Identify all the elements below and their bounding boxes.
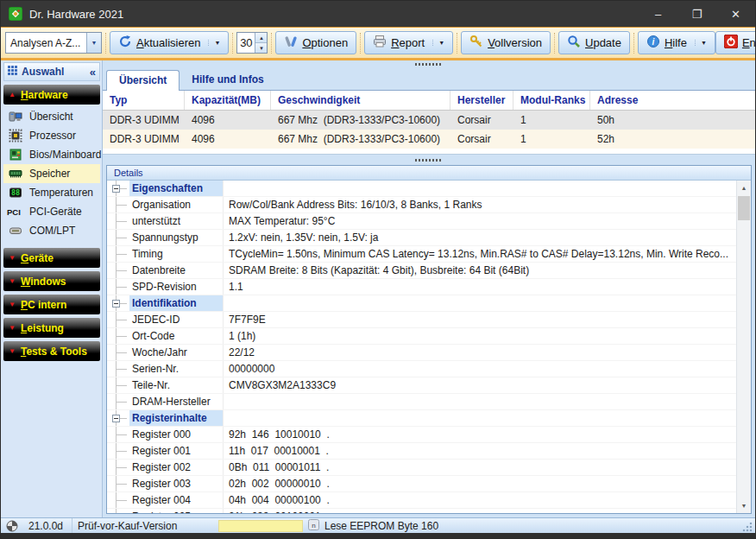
detail-label: Spannungstyp — [129, 230, 223, 245]
tab-hilfe-und-infos[interactable]: Hilfe und Infos — [180, 70, 275, 90]
refresh-button[interactable]: Aktualisieren ▼ — [110, 31, 229, 54]
scrollbar-down-icon[interactable]: ▼ — [737, 498, 751, 513]
column-header-adresse[interactable]: Adresse — [590, 91, 755, 110]
collapse-minus-icon[interactable] — [112, 185, 120, 193]
sidebar-section-windows[interactable]: ▼ Windows — [3, 271, 100, 291]
details-section-row[interactable]: Identifikation — [107, 295, 736, 312]
details-section-row[interactable]: Eigenschaften — [107, 181, 736, 197]
options-label: Optionen — [302, 36, 348, 49]
resize-grip[interactable] — [741, 521, 753, 533]
sidebar-item-speicher[interactable]: Speicher — [3, 164, 100, 183]
detail-value: 22/12 — [223, 345, 736, 360]
help-button[interactable]: i Hilfe ▼ — [638, 31, 715, 54]
collapse-minus-icon[interactable] — [112, 300, 120, 308]
table-row[interactable]: DDR-3 UDIMM 4096 667 Mhz (DDR3-1333/PC3-… — [103, 130, 755, 149]
sidebar-collapse-button[interactable]: « — [90, 66, 96, 79]
report-label: Report — [391, 36, 425, 49]
section-value — [223, 181, 736, 196]
section-value — [223, 295, 736, 311]
section-label: Identifikation — [129, 295, 223, 311]
table-row[interactable]: DDR-3 UDIMM 4096 667 Mhz (DDR3-1333/PC3-… — [103, 111, 755, 130]
app-logo-icon — [9, 7, 22, 21]
sidebar-item-label: PCI-Geräte — [29, 206, 82, 218]
sidebar-item-temperaturen[interactable]: 88 Temperaturen — [3, 183, 100, 202]
update-button[interactable]: Update — [558, 31, 630, 54]
sidebar-section-geraete[interactable]: ▼ Geräte — [3, 248, 100, 268]
detail-value: SDRAM Breite: 8 Bits (Kapazität: 4 Gbit)… — [223, 263, 736, 278]
splitter-grip[interactable] — [415, 63, 443, 66]
sidebar-item-com-lpt[interactable]: COM/LPT — [3, 221, 100, 240]
eeprom-chip-icon: n — [308, 519, 319, 533]
toolbar-separator — [360, 33, 361, 54]
column-header-typ[interactable]: Typ — [103, 91, 185, 110]
sidebar-section-tests-tools[interactable]: ▼ Tests & Tools — [3, 341, 100, 361]
tab-bar: Übersicht Hilfe und Infos — [103, 67, 755, 90]
fullversion-button[interactable]: Vollversion — [461, 31, 551, 54]
pci-icon: PCI — [7, 206, 24, 218]
combobox-dropdown-icon[interactable]: ▼ — [86, 33, 101, 53]
details-item-row: DRAM-Hersteller — [107, 394, 736, 410]
interval-spinner[interactable]: 30 ▲ ▼ — [236, 32, 268, 54]
sidebar-item-prozessor[interactable]: Prozessor — [3, 126, 100, 145]
cell-typ: DDR-3 UDIMM — [103, 133, 185, 145]
toolbar-separator — [271, 33, 272, 54]
details-item-row: Register 000 92h 146 10010010 . — [107, 427, 736, 443]
details-item-row: Register 004 04h 004 00000100 . — [107, 492, 736, 509]
spinner-up-button[interactable]: ▲ — [255, 33, 267, 42]
sidebar-item-bios-mainboard[interactable]: Bios/Mainboard — [3, 145, 100, 164]
exit-button[interactable]: Ende — [715, 31, 756, 54]
memory-table: Typ Kapazität(MB) Geschwindigkeit Herste… — [103, 90, 755, 155]
detail-value: 1 (1h) — [223, 328, 736, 344]
column-header-hersteller[interactable]: Hersteller — [450, 91, 513, 110]
section-label: Registerinhalte — [129, 410, 223, 426]
triangle-down-icon: ▼ — [9, 255, 16, 262]
sidebar-section-pc-intern[interactable]: ▼ PC intern — [3, 295, 100, 314]
options-button[interactable]: Optionen — [275, 31, 356, 54]
detail-value: 1.2xV: nein, 1.35V: nein, 1.5V: ja — [223, 230, 736, 245]
section-label: Eigenschaften — [129, 181, 223, 196]
cell-typ: DDR-3 UDIMM — [103, 114, 185, 126]
sidebar-item-uebersicht[interactable]: Übersicht — [3, 107, 100, 126]
sidebar-item-pci-geraete[interactable]: PCI PCI-Geräte — [3, 202, 100, 221]
sidebar-section-hardware[interactable]: ▲ Hardware — [3, 85, 100, 105]
vertical-scrollbar[interactable]: ▲ ▼ — [736, 181, 751, 513]
help-dropdown-icon[interactable]: ▼ — [695, 40, 707, 46]
scrollbar-thumb[interactable] — [738, 196, 750, 220]
tab-uebersicht[interactable]: Übersicht — [106, 70, 180, 91]
details-item-row: JEDEC-ID 7F7F9E — [107, 312, 736, 328]
memory-icon — [7, 167, 24, 181]
details-item-row: Woche/Jahr 22/12 — [107, 345, 736, 361]
refresh-dropdown-icon[interactable]: ▼ — [208, 40, 220, 46]
cell-geschwindigkeit: 667 Mhz (DDR3-1333/PC3-10600) — [271, 133, 450, 145]
analysis-combobox[interactable]: Analysen A-Z... ▼ — [5, 32, 102, 54]
info-icon: i — [646, 35, 660, 51]
printer-icon — [373, 35, 387, 51]
help-label: Hilfe — [665, 36, 687, 49]
toolbar-separator — [633, 33, 634, 54]
scrollbar-up-icon[interactable]: ▲ — [737, 181, 751, 195]
report-button[interactable]: Report ▼ — [364, 31, 453, 54]
column-header-geschwindigkeit[interactable]: Geschwindigkeit — [271, 91, 450, 110]
detail-label: Organisation — [129, 197, 223, 212]
sidebar-section-label: Hardware — [21, 89, 68, 101]
detail-value — [223, 394, 736, 409]
details-section-row[interactable]: Registerinhalte — [107, 410, 736, 427]
column-header-modul-ranks[interactable]: Modul-Ranks — [513, 91, 590, 110]
detail-label: Register 005 — [129, 509, 223, 513]
app-window: Dr. Hardware 2021 – ❐ ✕ Analysen A-Z... … — [0, 0, 756, 539]
spinner-down-button[interactable]: ▼ — [255, 42, 267, 53]
details-item-row: Datenbreite SDRAM Breite: 8 Bits (Kapazi… — [107, 263, 736, 279]
splitter-grip[interactable] — [415, 159, 443, 162]
maximize-button[interactable]: ❐ — [677, 1, 716, 27]
power-icon — [724, 35, 738, 51]
column-header-kapazitaet[interactable]: Kapazität(MB) — [185, 91, 271, 110]
minimize-button[interactable]: – — [639, 1, 677, 27]
report-dropdown-icon[interactable]: ▼ — [432, 40, 444, 46]
collapse-minus-icon[interactable] — [112, 415, 120, 422]
details-item-row: unterstützt MAX Temperatur: 95°C — [107, 213, 736, 230]
tools-icon — [284, 35, 298, 51]
details-panel: Details Eigenschaften Organisation Row/C… — [106, 165, 752, 514]
sidebar-section-leistung[interactable]: ▼ Leistung — [3, 318, 100, 338]
sidebar-item-label: Übersicht — [29, 111, 73, 123]
close-button[interactable]: ✕ — [716, 1, 755, 27]
